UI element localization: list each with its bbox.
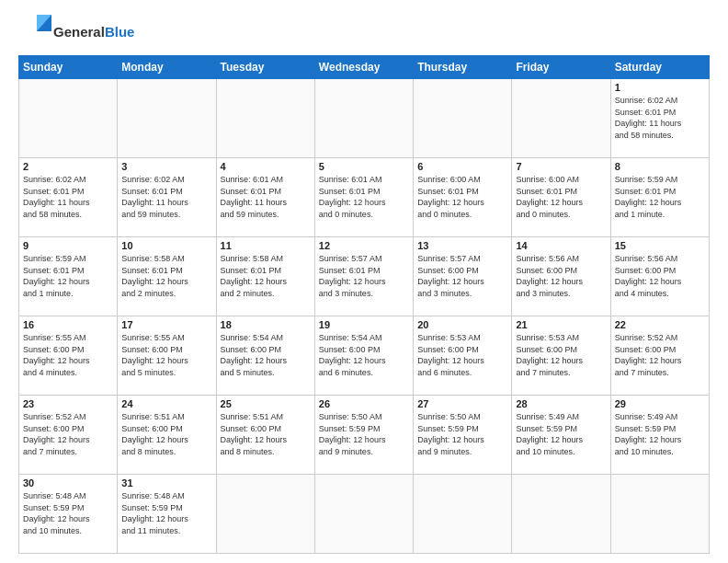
day-number: 22 [615,319,705,330]
day-info: Sunrise: 5:59 AM Sunset: 6:01 PM Dayligh… [23,253,113,299]
logo-container: GeneralBlue [18,15,134,48]
calendar-cell [118,79,216,158]
day-info: Sunrise: 5:52 AM Sunset: 6:00 PM Dayligh… [615,332,705,378]
day-info: Sunrise: 5:48 AM Sunset: 5:59 PM Dayligh… [23,490,113,536]
logo-icon [18,15,51,48]
calendar-cell: 13Sunrise: 5:57 AM Sunset: 6:00 PM Dayli… [414,237,512,316]
week-row-2: 2Sunrise: 6:02 AM Sunset: 6:01 PM Daylig… [19,158,710,237]
weekday-header-friday: Friday [512,56,610,79]
calendar-cell: 24Sunrise: 5:51 AM Sunset: 6:00 PM Dayli… [118,396,216,475]
calendar-cell: 14Sunrise: 5:56 AM Sunset: 6:00 PM Dayli… [512,237,610,316]
day-info: Sunrise: 5:54 AM Sunset: 6:00 PM Dayligh… [319,332,409,378]
calendar-cell: 17Sunrise: 5:55 AM Sunset: 6:00 PM Dayli… [118,316,216,396]
day-info: Sunrise: 5:58 AM Sunset: 6:01 PM Dayligh… [221,253,311,299]
week-row-6: 30Sunrise: 5:48 AM Sunset: 5:59 PM Dayli… [19,475,710,554]
calendar-cell: 21Sunrise: 5:53 AM Sunset: 6:00 PM Dayli… [512,316,610,396]
calendar-cell [314,475,413,554]
calendar-cell: 28Sunrise: 5:49 AM Sunset: 5:59 PM Dayli… [512,396,610,475]
day-number: 13 [417,240,507,251]
page-header: GeneralBlue [18,15,710,48]
calendar-cell [414,475,512,554]
day-info: Sunrise: 6:02 AM Sunset: 6:01 PM Dayligh… [121,174,211,220]
calendar-cell: 8Sunrise: 5:59 AM Sunset: 6:01 PM Daylig… [610,158,709,237]
day-number: 14 [516,240,606,251]
day-info: Sunrise: 5:57 AM Sunset: 6:01 PM Dayligh… [319,253,409,299]
week-row-4: 16Sunrise: 5:55 AM Sunset: 6:00 PM Dayli… [19,316,710,396]
calendar-cell: 3Sunrise: 6:02 AM Sunset: 6:01 PM Daylig… [118,158,216,237]
calendar-cell: 5Sunrise: 6:01 AM Sunset: 6:01 PM Daylig… [314,158,413,237]
calendar-cell: 18Sunrise: 5:54 AM Sunset: 6:00 PM Dayli… [216,316,314,396]
day-number: 30 [23,477,113,488]
calendar-cell: 4Sunrise: 6:01 AM Sunset: 6:01 PM Daylig… [216,158,314,237]
week-row-5: 23Sunrise: 5:52 AM Sunset: 6:00 PM Dayli… [19,396,710,475]
day-number: 29 [615,398,705,409]
week-row-1: 1Sunrise: 6:02 AM Sunset: 6:01 PM Daylig… [19,79,710,158]
day-info: Sunrise: 6:00 AM Sunset: 6:01 PM Dayligh… [417,174,507,220]
day-info: Sunrise: 6:02 AM Sunset: 6:01 PM Dayligh… [615,95,705,141]
calendar-cell: 16Sunrise: 5:55 AM Sunset: 6:00 PM Dayli… [19,316,118,396]
calendar-cell: 9Sunrise: 5:59 AM Sunset: 6:01 PM Daylig… [19,237,118,316]
day-number: 12 [319,240,409,251]
logo: GeneralBlue [18,15,134,48]
day-info: Sunrise: 5:51 AM Sunset: 6:00 PM Dayligh… [221,411,311,457]
calendar-cell: 27Sunrise: 5:50 AM Sunset: 5:59 PM Dayli… [414,396,512,475]
day-number: 16 [23,319,113,330]
weekday-header-monday: Monday [118,56,216,79]
day-number: 1 [615,82,705,93]
weekday-header-wednesday: Wednesday [314,56,413,79]
day-info: Sunrise: 5:50 AM Sunset: 5:59 PM Dayligh… [319,411,409,457]
calendar-cell: 12Sunrise: 5:57 AM Sunset: 6:01 PM Dayli… [314,237,413,316]
day-info: Sunrise: 5:50 AM Sunset: 5:59 PM Dayligh… [417,411,507,457]
weekday-header-row: SundayMondayTuesdayWednesdayThursdayFrid… [19,56,710,79]
day-info: Sunrise: 5:51 AM Sunset: 6:00 PM Dayligh… [121,411,211,457]
day-info: Sunrise: 5:55 AM Sunset: 6:00 PM Dayligh… [121,332,211,378]
weekday-header-sunday: Sunday [19,56,118,79]
day-info: Sunrise: 6:00 AM Sunset: 6:01 PM Dayligh… [516,174,606,220]
calendar-cell: 19Sunrise: 5:54 AM Sunset: 6:00 PM Dayli… [314,316,413,396]
day-info: Sunrise: 5:59 AM Sunset: 6:01 PM Dayligh… [615,174,705,220]
calendar-cell: 11Sunrise: 5:58 AM Sunset: 6:01 PM Dayli… [216,237,314,316]
day-number: 5 [319,161,409,172]
day-number: 9 [23,240,113,251]
week-row-3: 9Sunrise: 5:59 AM Sunset: 6:01 PM Daylig… [19,237,710,316]
calendar-cell [512,475,610,554]
day-number: 3 [121,161,211,172]
calendar-cell [414,79,512,158]
day-number: 19 [319,319,409,330]
day-info: Sunrise: 5:57 AM Sunset: 6:00 PM Dayligh… [417,253,507,299]
day-number: 10 [121,240,211,251]
day-info: Sunrise: 6:01 AM Sunset: 6:01 PM Dayligh… [221,174,311,220]
day-info: Sunrise: 5:53 AM Sunset: 6:00 PM Dayligh… [516,332,606,378]
day-info: Sunrise: 5:56 AM Sunset: 6:00 PM Dayligh… [615,253,705,299]
calendar-cell: 29Sunrise: 5:49 AM Sunset: 5:59 PM Dayli… [610,396,709,475]
calendar-cell: 20Sunrise: 5:53 AM Sunset: 6:00 PM Dayli… [414,316,512,396]
calendar-cell: 15Sunrise: 5:56 AM Sunset: 6:00 PM Dayli… [610,237,709,316]
day-number: 28 [516,398,606,409]
calendar-cell: 26Sunrise: 5:50 AM Sunset: 5:59 PM Dayli… [314,396,413,475]
svg-rect-0 [18,15,37,33]
calendar-cell [19,79,118,158]
day-number: 25 [221,398,311,409]
calendar-cell: 7Sunrise: 6:00 AM Sunset: 6:01 PM Daylig… [512,158,610,237]
calendar-cell: 30Sunrise: 5:48 AM Sunset: 5:59 PM Dayli… [19,475,118,554]
day-number: 26 [319,398,409,409]
calendar-cell: 10Sunrise: 5:58 AM Sunset: 6:01 PM Dayli… [118,237,216,316]
day-info: Sunrise: 5:53 AM Sunset: 6:00 PM Dayligh… [417,332,507,378]
logo-text: GeneralBlue [53,25,134,39]
day-number: 27 [417,398,507,409]
day-number: 24 [121,398,211,409]
day-info: Sunrise: 5:55 AM Sunset: 6:00 PM Dayligh… [23,332,113,378]
calendar-table: SundayMondayTuesdayWednesdayThursdayFrid… [18,55,710,554]
calendar-cell: 31Sunrise: 5:48 AM Sunset: 5:59 PM Dayli… [118,475,216,554]
day-number: 6 [417,161,507,172]
calendar-cell [314,79,413,158]
day-info: Sunrise: 5:48 AM Sunset: 5:59 PM Dayligh… [121,490,211,536]
calendar-cell [216,475,314,554]
day-number: 4 [221,161,311,172]
calendar-cell: 1Sunrise: 6:02 AM Sunset: 6:01 PM Daylig… [610,79,709,158]
weekday-header-saturday: Saturday [610,56,709,79]
day-number: 2 [23,161,113,172]
day-info: Sunrise: 5:52 AM Sunset: 6:00 PM Dayligh… [23,411,113,457]
day-number: 21 [516,319,606,330]
day-info: Sunrise: 6:02 AM Sunset: 6:01 PM Dayligh… [23,174,113,220]
